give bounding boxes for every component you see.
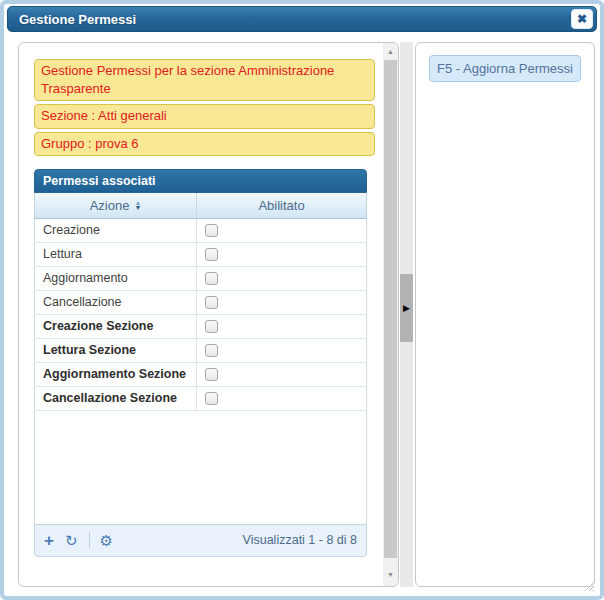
azione-cell: Lettura: [35, 243, 197, 266]
section-message: Sezione : Atti generali: [34, 104, 375, 128]
pager-info: Visualizzati 1 - 8 di 8: [243, 533, 357, 547]
abilitato-checkbox[interactable]: [205, 368, 218, 381]
abilitato-checkbox[interactable]: [205, 248, 218, 261]
abilitato-cell: [197, 315, 366, 338]
panel-splitter[interactable]: ▶: [400, 42, 413, 587]
refresh-icon[interactable]: ↻: [65, 533, 78, 548]
azione-cell: Cancellazione: [35, 291, 197, 314]
grid-empty-area: [34, 411, 367, 524]
dialog-titlebar[interactable]: Gestione Permessi ✖: [7, 6, 597, 32]
abilitato-checkbox[interactable]: [205, 224, 218, 237]
gear-icon[interactable]: ⚙: [100, 533, 113, 548]
table-row[interactable]: Lettura: [34, 243, 367, 267]
column-header-azione[interactable]: Azione ▲ ▼: [35, 193, 197, 218]
azione-cell: Lettura Sezione: [35, 339, 197, 362]
table-row[interactable]: Cancellazione: [34, 291, 367, 315]
grid-caption: Permessi associati: [34, 169, 367, 193]
column-header-abilitato[interactable]: Abilitato: [197, 193, 366, 218]
table-row[interactable]: Aggiornamento: [34, 267, 367, 291]
azione-cell: Creazione: [35, 219, 197, 242]
vertical-scrollbar[interactable]: ▲ ▼: [383, 43, 398, 586]
abilitato-cell: [197, 339, 366, 362]
sort-icon: ▲ ▼: [134, 200, 141, 210]
dialog-title: Gestione Permessi: [8, 12, 136, 27]
abilitato-checkbox[interactable]: [205, 296, 218, 309]
abilitato-cell: [197, 219, 366, 242]
gestione-permessi-dialog: Gestione Permessi ✖ Gestione Permessi pe…: [0, 0, 604, 600]
abilitato-checkbox[interactable]: [205, 392, 218, 405]
abilitato-cell: [197, 363, 366, 386]
table-row[interactable]: Aggiornamento Sezione: [34, 363, 367, 387]
abilitato-cell: [197, 387, 366, 410]
abilitato-checkbox[interactable]: [205, 272, 218, 285]
azione-cell: Aggiornamento: [35, 267, 197, 290]
scroll-up-icon[interactable]: ▲: [383, 45, 398, 59]
splitter-handle[interactable]: ▶: [400, 274, 413, 342]
abilitato-cell: [197, 267, 366, 290]
pager-separator: [89, 532, 90, 548]
aggiorna-permessi-button[interactable]: F5 - Aggiorna Permessi: [429, 55, 581, 82]
table-row[interactable]: Creazione: [34, 219, 367, 243]
azione-cell: Cancellazione Sezione: [35, 387, 197, 410]
grid-pager: + ↻ ⚙ Visualizzati 1 - 8 di 8: [34, 524, 367, 557]
column-header-azione-label: Azione: [90, 198, 130, 213]
group-message: Gruppo : prova 6: [34, 132, 375, 156]
permissions-panel: Gestione Permessi per la sezione Amminis…: [18, 42, 399, 587]
close-icon[interactable]: ✖: [571, 9, 593, 29]
abilitato-checkbox[interactable]: [205, 344, 218, 357]
scrollbar-thumb[interactable]: [384, 60, 397, 558]
permissions-grid: Permessi associati Azione ▲ ▼ Abilitato …: [34, 169, 367, 557]
scroll-down-icon[interactable]: ▼: [383, 568, 398, 582]
abilitato-cell: [197, 243, 366, 266]
splitter-collapse-icon[interactable]: ▶: [403, 304, 410, 313]
table-row[interactable]: Cancellazione Sezione: [34, 387, 367, 411]
panel-scroll-content: Gestione Permessi per la sezione Amminis…: [19, 43, 383, 586]
table-row[interactable]: Lettura Sezione: [34, 339, 367, 363]
add-icon[interactable]: +: [44, 532, 54, 549]
info-message: Gestione Permessi per la sezione Amminis…: [34, 59, 375, 101]
actions-panel: F5 - Aggiorna Permessi: [415, 42, 595, 587]
azione-cell: Aggiornamento Sezione: [35, 363, 197, 386]
abilitato-checkbox[interactable]: [205, 320, 218, 333]
sort-desc-icon: ▼: [134, 205, 141, 210]
azione-cell: Creazione Sezione: [35, 315, 197, 338]
table-row[interactable]: Creazione Sezione: [34, 315, 367, 339]
abilitato-cell: [197, 291, 366, 314]
grid-header-row: Azione ▲ ▼ Abilitato: [34, 193, 367, 219]
